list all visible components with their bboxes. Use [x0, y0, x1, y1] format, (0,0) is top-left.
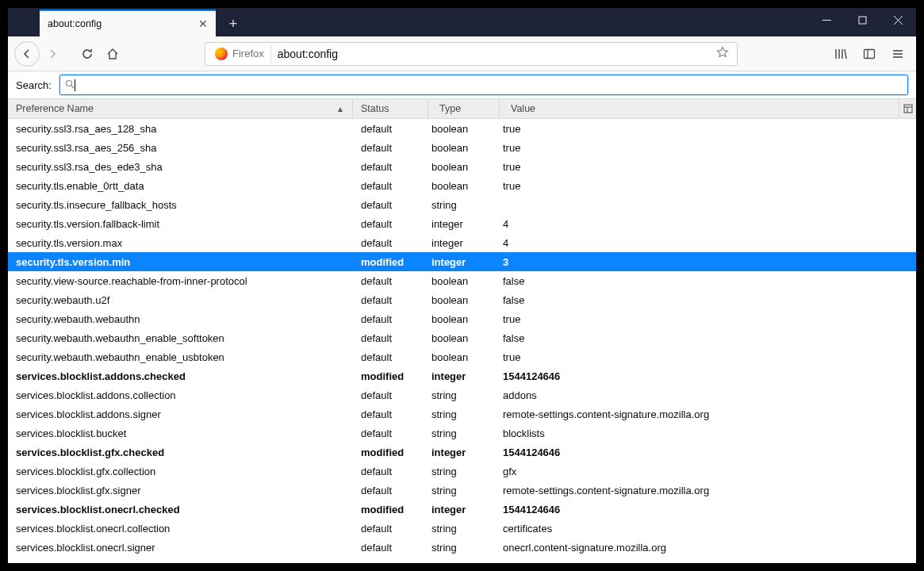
- pref-type-cell: integer: [428, 370, 500, 382]
- pref-name-cell: security.tls.version.fallback-limit: [8, 218, 353, 230]
- pref-row[interactable]: security.view-source.reachable-from-inne…: [8, 271, 916, 290]
- pref-value-cell: 4: [500, 218, 916, 230]
- pref-value-cell: remote-settings.content-signature.mozill…: [500, 408, 916, 420]
- pref-row[interactable]: security.tls.version.maxdefaultinteger4: [8, 233, 916, 252]
- pref-row[interactable]: security.webauth.webauthndefaultbooleant…: [8, 309, 916, 328]
- pref-row[interactable]: security.tls.enable_0rtt_datadefaultbool…: [8, 176, 916, 195]
- sidebar-button[interactable]: [857, 42, 881, 66]
- pref-type-cell: string: [428, 199, 500, 211]
- search-label: Search:: [16, 79, 52, 91]
- pref-name-cell: security.tls.version.max: [8, 237, 353, 249]
- pref-status-cell: default: [353, 161, 428, 173]
- bookmark-star-icon[interactable]: [711, 46, 734, 61]
- pref-name-cell: security.ssl3.rsa_des_ede3_sha: [8, 161, 353, 173]
- pref-name-cell: services.blocklist.bucket: [8, 427, 353, 439]
- column-picker-icon[interactable]: [899, 99, 916, 118]
- pref-type-cell: integer: [428, 256, 500, 268]
- pref-name-cell: security.tls.insecure_fallback_hosts: [8, 199, 353, 211]
- col-header-status[interactable]: Status: [353, 99, 428, 118]
- pref-type-cell: boolean: [428, 351, 500, 363]
- pref-name-cell: security.tls.version.min: [8, 256, 353, 268]
- pref-name-cell: services.blocklist.onecrl.collection: [8, 523, 353, 535]
- pref-type-cell: string: [428, 466, 500, 477]
- pref-value-cell: gfx: [500, 466, 916, 477]
- pref-type-cell: string: [428, 542, 500, 554]
- pref-row[interactable]: services.blocklist.onecrl.collectiondefa…: [8, 519, 916, 538]
- pref-row[interactable]: services.blocklist.bucketdefaultstringbl…: [8, 423, 916, 443]
- pref-row[interactable]: services.blocklist.addons.signerdefaults…: [8, 404, 916, 423]
- pref-row[interactable]: security.webauth.webauthn_enable_softtok…: [8, 328, 916, 347]
- pref-name-cell: services.blocklist.addons.checked: [8, 370, 353, 382]
- config-search-box[interactable]: [59, 75, 908, 95]
- svg-rect-11: [904, 105, 912, 113]
- pref-name-cell: security.webauth.webauthn_enable_usbtoke…: [8, 351, 353, 363]
- pref-type-cell: boolean: [428, 180, 500, 192]
- pref-type-cell: string: [428, 485, 500, 496]
- pref-row[interactable]: security.ssl3.rsa_des_ede3_shadefaultboo…: [8, 157, 916, 176]
- pref-value-cell: 1544124646: [500, 504, 916, 515]
- pref-row[interactable]: services.blocklist.gfx.signerdefaultstri…: [8, 481, 916, 500]
- pref-row[interactable]: services.blocklist.addons.checkedmodifie…: [8, 366, 916, 385]
- close-tab-icon[interactable]: ✕: [198, 18, 208, 29]
- col-header-value[interactable]: Value: [500, 99, 899, 118]
- pref-name-cell: services.blocklist.gfx.signer: [8, 485, 353, 496]
- identity-box[interactable]: Firefox: [209, 44, 271, 63]
- pref-row[interactable]: security.webauth.webauthn_enable_usbtoke…: [8, 347, 916, 366]
- pref-status-cell: default: [353, 427, 428, 439]
- pref-type-cell: integer: [428, 237, 500, 249]
- pref-row[interactable]: services.blocklist.gfx.checkedmodifiedin…: [8, 443, 916, 462]
- browser-tab[interactable]: about:config ✕: [40, 10, 216, 36]
- pref-row[interactable]: security.ssl3.rsa_aes_256_shadefaultbool…: [8, 138, 916, 157]
- pref-row[interactable]: services.blocklist.onecrl.checkedmodifie…: [8, 500, 916, 519]
- pref-type-cell: boolean: [428, 142, 500, 154]
- pref-type-cell: string: [428, 523, 500, 535]
- maximize-button[interactable]: [845, 8, 880, 32]
- pref-row[interactable]: security.tls.insecure_fallback_hostsdefa…: [8, 195, 916, 214]
- pref-value-cell: true: [500, 123, 916, 135]
- pref-row[interactable]: security.ssl3.rsa_aes_128_shadefaultbool…: [8, 119, 916, 138]
- pref-status-cell: default: [353, 199, 428, 211]
- tab-title: about:config: [48, 18, 102, 29]
- pref-row[interactable]: services.blocklist.onecrl.signerdefaults…: [8, 538, 916, 557]
- back-button[interactable]: [14, 41, 40, 67]
- svg-point-9: [66, 80, 71, 86]
- pref-table-body[interactable]: security.ssl3.rsa_aes_128_shadefaultbool…: [8, 119, 916, 563]
- config-search-input[interactable]: [75, 79, 903, 91]
- pref-row[interactable]: services.blocklist.addons.collectiondefa…: [8, 385, 916, 404]
- pref-status-cell: modified: [353, 370, 428, 382]
- firefox-logo-icon: [215, 48, 228, 60]
- pref-name-cell: security.view-source.reachable-from-inne…: [8, 275, 353, 287]
- sort-indicator-icon: ▲: [336, 105, 344, 113]
- nav-toolbar: Firefox: [8, 36, 916, 71]
- pref-row[interactable]: services.blocklist.gfx.collectiondefault…: [8, 462, 916, 481]
- app-menu-button[interactable]: [886, 42, 910, 66]
- pref-name-cell: services.blocklist.gfx.collection: [8, 466, 353, 477]
- home-button[interactable]: [100, 41, 125, 67]
- pref-status-cell: default: [353, 142, 428, 154]
- pref-name-cell: services.blocklist.addons.collection: [8, 389, 353, 401]
- pref-row[interactable]: security.tls.version.minmodifiedinteger3: [8, 252, 916, 271]
- pref-row[interactable]: security.tls.version.fallback-limitdefau…: [8, 214, 916, 233]
- new-tab-button[interactable]: +: [220, 11, 246, 36]
- close-window-button[interactable]: [880, 8, 916, 32]
- col-header-type[interactable]: Type: [428, 99, 500, 118]
- tab-strip: about:config ✕ +: [8, 8, 246, 36]
- pref-value-cell: false: [500, 332, 916, 344]
- col-header-pref-name[interactable]: Preference Name ▲: [8, 99, 353, 118]
- pref-type-cell: boolean: [428, 332, 500, 344]
- url-bar-container: Firefox: [205, 42, 738, 66]
- pref-value-cell: remote-settings.content-signature.mozill…: [500, 485, 916, 496]
- pref-type-cell: integer: [428, 218, 500, 230]
- library-button[interactable]: [829, 42, 853, 66]
- pref-status-cell: default: [353, 542, 428, 554]
- reload-button[interactable]: [75, 41, 100, 67]
- url-bar[interactable]: Firefox: [205, 42, 738, 66]
- minimize-button[interactable]: [809, 8, 845, 32]
- pref-row[interactable]: security.webauth.u2fdefaultbooleanfalse: [8, 290, 916, 309]
- url-input[interactable]: [271, 48, 711, 60]
- pref-value-cell: true: [500, 142, 916, 154]
- forward-button[interactable]: [40, 41, 65, 67]
- pref-type-cell: integer: [428, 504, 500, 515]
- pref-status-cell: default: [353, 389, 428, 401]
- pref-type-cell: string: [428, 389, 500, 401]
